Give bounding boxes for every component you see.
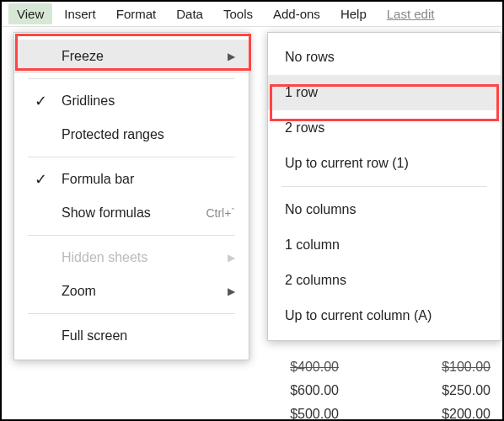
freeze-no-columns[interactable]: No columns	[268, 192, 501, 227]
cell[interactable]: $250.00	[406, 383, 491, 398]
cell[interactable]: $500.00	[255, 407, 339, 421]
menu-help[interactable]: Help	[332, 3, 375, 24]
freeze-2-rows[interactable]: 2 rows	[268, 110, 501, 146]
menu-formula-bar-label: Formula bar	[62, 172, 134, 187]
menu-protected-ranges-label: Protected ranges	[62, 127, 164, 142]
menu-freeze-label: Freeze	[62, 49, 104, 64]
submenu-arrow-icon: ▶	[228, 51, 235, 62]
menu-freeze[interactable]: Freeze ▶	[14, 40, 249, 73]
spreadsheet-cells: $400.00 $100.00 $600.00 $250.00 $500.00 …	[255, 355, 491, 421]
menu-insert[interactable]: Insert	[56, 3, 105, 24]
menubar: View Insert Format Data Tools Add-ons He…	[2, 2, 502, 27]
menu-full-screen[interactable]: Full screen	[14, 319, 249, 353]
submenu-arrow-icon: ▶	[228, 285, 235, 297]
freeze-1-column[interactable]: 1 column	[268, 227, 501, 263]
menu-separator	[28, 157, 235, 157]
view-dropdown: Freeze ▶ ✓ Gridlines Protected ranges ✓ …	[13, 32, 249, 360]
menu-separator	[28, 235, 235, 236]
menu-separator	[28, 313, 235, 314]
menu-show-formulas[interactable]: Show formulas Ctrl+`	[14, 196, 249, 230]
menu-addons[interactable]: Add-ons	[265, 3, 329, 24]
cell[interactable]: $400.00	[255, 360, 339, 375]
checkmark-icon: ✓	[35, 170, 47, 189]
cell[interactable]: $600.00	[255, 383, 339, 398]
menu-view[interactable]: View	[8, 3, 52, 24]
menu-gridlines-label: Gridlines	[62, 93, 115, 109]
menu-protected-ranges[interactable]: Protected ranges	[14, 118, 249, 152]
freeze-1-row[interactable]: 1 row	[268, 75, 501, 110]
last-edit-link[interactable]: Last edit	[387, 7, 435, 21]
menu-full-screen-label: Full screen	[62, 328, 127, 344]
menu-formula-bar[interactable]: ✓ Formula bar	[14, 163, 249, 196]
menu-show-formulas-label: Show formulas	[62, 205, 151, 221]
freeze-submenu: No rows 1 row 2 rows Up to current row (…	[267, 32, 501, 341]
menu-separator	[28, 78, 235, 79]
menu-data[interactable]: Data	[168, 3, 212, 24]
menu-hidden-sheets: Hidden sheets ▶	[14, 241, 249, 274]
checkmark-icon: ✓	[35, 92, 47, 110]
menu-zoom-label: Zoom	[62, 284, 96, 299]
freeze-2-columns[interactable]: 2 columns	[268, 263, 501, 298]
menu-hidden-sheets-label: Hidden sheets	[62, 250, 147, 265]
freeze-no-rows[interactable]: No rows	[268, 40, 501, 75]
cell[interactable]: $200.00	[406, 407, 491, 421]
freeze-up-to-row[interactable]: Up to current row (1)	[268, 146, 501, 181]
submenu-arrow-icon: ▶	[228, 252, 235, 264]
shortcut-text: Ctrl+`	[206, 206, 235, 220]
menu-separator	[281, 186, 487, 187]
cell[interactable]: $100.00	[406, 360, 491, 375]
menu-tools[interactable]: Tools	[215, 3, 261, 24]
menu-zoom[interactable]: Zoom ▶	[14, 274, 249, 308]
menu-gridlines[interactable]: ✓ Gridlines	[14, 84, 249, 118]
menu-format[interactable]: Format	[108, 3, 165, 24]
freeze-up-to-column[interactable]: Up to current column (A)	[268, 298, 501, 333]
